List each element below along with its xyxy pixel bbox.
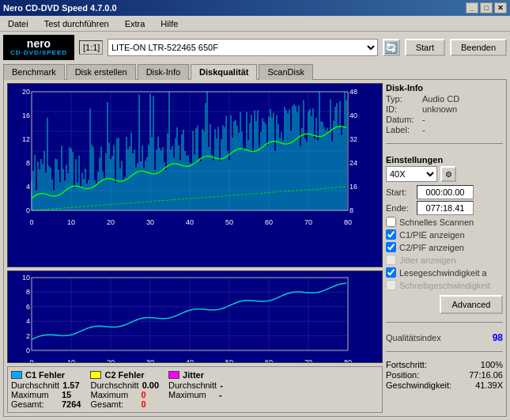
checkbox-c1pie-label: C1/PIE anzeigen	[399, 230, 465, 240]
drive-label: [1:1]	[79, 40, 103, 55]
disk-info-title: Disk-Info	[386, 83, 503, 93]
legend-c1-avg-value: 1.57	[62, 380, 79, 390]
legend-jitter-label: Jitter	[183, 370, 204, 380]
disk-info-datum-value: -	[422, 115, 425, 124]
fortschritt-value: 100%	[481, 360, 503, 369]
legend-c1-max-label: Maximum	[11, 390, 59, 399]
divider-2	[386, 322, 503, 323]
start-button[interactable]: Start	[405, 39, 445, 56]
legend-c2-max-label: Maximum	[90, 390, 138, 399]
minimize-button[interactable]: _	[466, 2, 478, 13]
checkbox-lese-input[interactable]	[386, 267, 396, 278]
disk-info-section: Disk-Info Typ: Audio CD ID: unknown Datu…	[386, 83, 503, 135]
disk-info-id-value: unknown	[422, 104, 457, 114]
checkbox-schnell-input[interactable]	[386, 217, 396, 227]
quality-value: 98	[493, 332, 503, 343]
drive-select[interactable]: LITE-ON LTR-522465 650F	[108, 39, 378, 56]
menu-bar: Datei Test durchführen Extra Hilfe	[0, 16, 510, 32]
charts-area: C1 Fehler Durchschnitt 1.57 Maximum 15 G…	[7, 83, 383, 413]
right-panel: Disk-Info Typ: Audio CD ID: unknown Datu…	[386, 83, 503, 413]
checkbox-c1pie: C1/PIE anzeigen	[386, 229, 503, 240]
divider-3	[386, 351, 503, 352]
title-bar: Nero CD-DVD Speed 4.7.0.0 _ □ ✕	[0, 0, 510, 16]
menu-test[interactable]: Test durchführen	[40, 17, 114, 30]
checkbox-c1pie-input[interactable]	[386, 229, 396, 240]
quality-row: Qualitätsindex 98	[386, 332, 503, 343]
legend-c1-total-label: Gesamt:	[11, 399, 59, 409]
checkbox-schnell-label: Schnelles Scannen	[399, 218, 474, 227]
start-time-row: Start:	[386, 185, 503, 199]
legend-jitter-max-label: Maximum	[168, 390, 216, 399]
chart-bottom	[7, 271, 383, 363]
nero-speed-text: CD·DVD/SPEED	[10, 50, 67, 57]
quality-label: Qualitätsindex	[386, 333, 441, 342]
legend-c2-avg-value: 0.00	[142, 380, 159, 390]
divider-1	[386, 143, 503, 144]
legend-c2-label: C2 Fehler	[104, 370, 144, 380]
legend-c2-color	[90, 371, 101, 379]
legend-c1-max-value: 15	[62, 390, 71, 399]
menu-extra[interactable]: Extra	[120, 17, 150, 30]
checkbox-c2pif-input[interactable]	[386, 242, 396, 252]
disk-info-label-label: Label:	[386, 125, 419, 134]
end-time-input[interactable]	[417, 201, 474, 215]
legend-c1: C1 Fehler Durchschnitt 1.57 Maximum 15 G…	[11, 370, 81, 409]
legend-c1-total-value: 7264	[62, 399, 81, 409]
fortschritt-label: Fortschritt:	[386, 360, 427, 369]
legend-jitter-stats: Durchschnitt - Maximum -	[168, 380, 223, 399]
advanced-button[interactable]: Advanced	[440, 295, 503, 314]
settings-section: Einstellungen 40X ⚙ Start: Ende:	[386, 155, 503, 314]
disk-info-row-typ: Typ: Audio CD	[386, 94, 503, 104]
chart-top	[7, 83, 383, 267]
settings-icon-button[interactable]: ⚙	[440, 166, 456, 182]
menu-hilfe[interactable]: Hilfe	[156, 17, 183, 30]
position-label: Position:	[386, 370, 419, 380]
tab-scandisk[interactable]: ScanDisk	[259, 64, 312, 80]
tab-diskqualitat[interactable]: Diskqualität	[191, 64, 257, 80]
legend-c1-label: C1 Fehler	[25, 370, 65, 380]
nero-logo: nero CD·DVD/SPEED	[3, 35, 74, 60]
end-time-label: Ende:	[386, 203, 414, 213]
geschwindigkeit-label: Geschwindigkeit:	[386, 380, 451, 390]
legend-area: C1 Fehler Durchschnitt 1.57 Maximum 15 G…	[7, 366, 383, 413]
refresh-button[interactable]: 🔄	[383, 39, 400, 56]
quality-section: Qualitätsindex 98	[386, 332, 503, 343]
start-time-input[interactable]	[417, 185, 474, 199]
start-time-label: Start:	[386, 187, 414, 197]
title-bar-buttons: _ □ ✕	[466, 2, 507, 13]
close-button[interactable]: ✕	[494, 2, 507, 13]
legend-c2-stats: Durchschnitt 0.00 Maximum 0 Gesamt: 0	[90, 380, 159, 409]
progress-section: Fortschritt: 100% Position: 77:16.06 Ges…	[386, 360, 503, 391]
maximize-button[interactable]: □	[480, 2, 493, 13]
toolbar: nero CD·DVD/SPEED [1:1] LITE-ON LTR-5224…	[3, 35, 507, 60]
checkbox-jitter-input	[386, 255, 396, 265]
tab-benchmark[interactable]: Benchmark	[3, 64, 65, 80]
geschwindigkeit-row: Geschwindigkeit: 41.39X	[386, 380, 503, 390]
legend-c2-total-label: Gesamt:	[90, 399, 138, 409]
legend-jitter-max-value: -	[219, 390, 222, 399]
title-bar-title: Nero CD-DVD Speed 4.7.0.0	[3, 3, 117, 13]
legend-c2-max-value: 0	[141, 390, 145, 399]
tab-disk-erstellen[interactable]: Disk erstellen	[66, 64, 136, 80]
disk-info-label-value: -	[422, 125, 425, 134]
content-panel: C1 Fehler Durchschnitt 1.57 Maximum 15 G…	[3, 79, 507, 417]
stop-button[interactable]: Beenden	[450, 39, 507, 56]
legend-jitter-color	[168, 371, 179, 379]
checkbox-lese: Lesegeschwindigkeit a	[386, 267, 503, 278]
disk-info-typ-label: Typ:	[386, 94, 419, 104]
checkbox-c2pif-label: C2/PIF anzeigen	[399, 243, 464, 252]
nero-logo-text: nero	[27, 38, 51, 50]
speed-select[interactable]: 40X	[386, 166, 437, 182]
menu-datei[interactable]: Datei	[3, 17, 33, 30]
disk-info-id-label: ID:	[386, 104, 419, 114]
main-area: nero CD·DVD/SPEED [1:1] LITE-ON LTR-5224…	[0, 32, 510, 420]
checkbox-schreib: Schreibgeschwindigkeit	[386, 280, 503, 290]
disk-info-datum-label: Datum:	[386, 115, 419, 124]
checkbox-jitter-label: Jitter anzeigen	[399, 255, 456, 265]
geschwindigkeit-value: 41.39X	[475, 380, 503, 390]
checkbox-lese-label: Lesegeschwindigkeit a	[399, 268, 487, 278]
checkbox-schreib-input	[386, 280, 396, 290]
disk-info-typ-value: Audio CD	[422, 94, 459, 104]
tab-disk-info[interactable]: Disk-Info	[138, 64, 189, 80]
checkbox-c2pif: C2/PIF anzeigen	[386, 242, 503, 252]
